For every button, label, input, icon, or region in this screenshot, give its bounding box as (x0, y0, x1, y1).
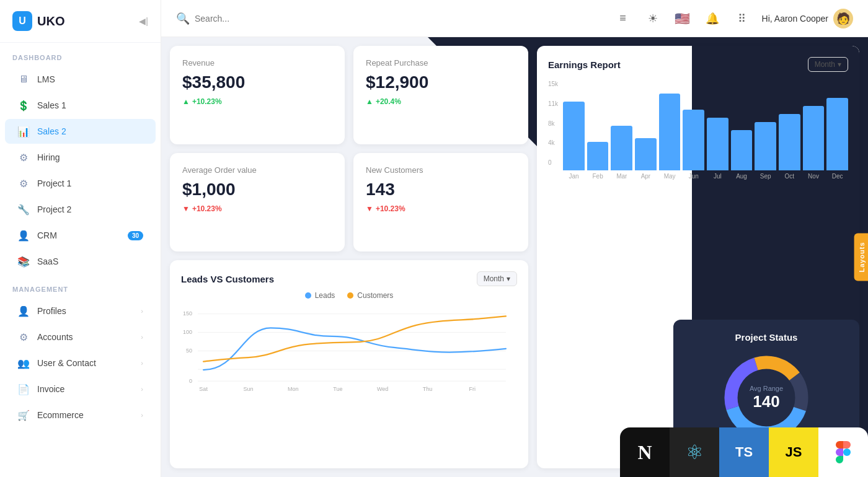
search-input[interactable] (195, 14, 319, 24)
svg-text:Fri: Fri (469, 386, 476, 392)
new-customers-card: New Customers 143 ▼ +10.23% (353, 153, 528, 252)
leads-filter-button[interactable]: Month ▾ (477, 271, 517, 286)
svg-text:Thu: Thu (423, 386, 433, 392)
svg-text:0: 0 (189, 378, 192, 384)
notifications-icon[interactable]: 🔔 (702, 9, 722, 28)
earnings-dropdown-icon: ▾ (838, 60, 841, 69)
bar-col-aug: Aug (731, 130, 753, 180)
search-icon: 🔍 (176, 12, 190, 25)
earnings-content: Earnings Report Month ▾ 15k 11k 8k (548, 57, 848, 180)
leads-legend-dot (305, 292, 311, 299)
repeat-purchase-value: $12,900 (366, 72, 516, 92)
chart-y-axis: 15k 11k 8k 4k 0 (548, 81, 560, 180)
revenue-up-arrow-icon: ▲ (182, 97, 190, 106)
logo-icon: U (12, 11, 32, 31)
avg-order-value: $1,000 (182, 180, 332, 199)
bar-label-jun: Jun (689, 173, 699, 180)
dashboard-section-label: DASHBOARD (0, 43, 161, 66)
bar-col-jan: Jan (563, 102, 585, 180)
bar-col-feb: Feb (587, 142, 609, 180)
js-icon: JS (786, 444, 802, 460)
sidebar-item-ecommerce[interactable]: 🛒 Ecommerce › (5, 403, 156, 427)
tech-icon-js: JS (769, 427, 818, 477)
sidebar-item-sales2[interactable]: 📊 Sales 2 (5, 119, 156, 144)
bar-feb (587, 142, 609, 170)
legend-leads: Leads (305, 291, 335, 300)
apps-grid-icon[interactable]: ⠿ (732, 9, 752, 28)
bar-label-nov: Nov (808, 173, 819, 180)
content: Revenue $35,800 ▲ +10.23% Repeat Purchas… (161, 37, 868, 477)
new-customers-value: 143 (366, 180, 516, 199)
sidebar-item-lms[interactable]: 🖥 LMS (5, 67, 156, 92)
bar-col-apr: Apr (635, 138, 657, 180)
menu-icon[interactable]: ≡ (613, 9, 633, 28)
bar-label-aug: Aug (736, 173, 747, 180)
crm-icon: 👤 (17, 229, 30, 242)
user-greeting-text: Hi, Aaron Cooper (762, 14, 828, 24)
bar-col-oct: Oct (779, 114, 800, 180)
sidebar-item-project1[interactable]: ⚙ Project 1 (5, 171, 156, 196)
svg-text:Tue: Tue (333, 386, 342, 392)
sidebar-item-lms-label: LMS (37, 74, 55, 84)
earnings-title: Earnings Report (548, 59, 621, 70)
avg-order-label: Average Order value (182, 165, 332, 175)
main-area: 🔍 ≡ ☀ 🇺🇸 🔔 ⠿ Hi, Aaron Cooper 🧑 Revenue (161, 0, 868, 477)
sidebar-item-accounts[interactable]: ⚙ Accounts › (5, 325, 156, 349)
language-flag-icon[interactable]: 🇺🇸 (673, 9, 693, 28)
lms-icon: 🖥 (17, 73, 30, 85)
sidebar-item-profiles[interactable]: 👤 Profiles › (5, 299, 156, 323)
theme-toggle-icon[interactable]: ☀ (643, 9, 663, 28)
bar-nov (803, 106, 825, 170)
sidebar-item-saas-label: SaaS (37, 256, 58, 266)
bar-label-may: May (664, 173, 676, 180)
sidebar-item-sales1-label: Sales 1 (37, 100, 66, 110)
leads-card: Leads VS Customers Month ▾ Leads Custome… (170, 260, 528, 468)
sidebar-item-project1-label: Project 1 (37, 178, 71, 188)
leads-dropdown-icon: ▾ (507, 274, 510, 283)
accounts-icon: ⚙ (17, 331, 30, 343)
new-customers-label: New Customers (366, 165, 516, 175)
customers-down-arrow-icon: ▼ (366, 204, 373, 213)
bar-label-oct: Oct (785, 173, 795, 180)
sidebar-item-sales1[interactable]: 💲 Sales 1 (5, 93, 156, 118)
y-label-0: 0 (548, 159, 558, 166)
svg-text:Sun: Sun (243, 386, 253, 392)
logo[interactable]: U UKO (12, 11, 64, 31)
bar-oct (779, 114, 800, 170)
layouts-tab[interactable]: Layouts (854, 233, 868, 281)
bar-col-may: May (659, 94, 681, 180)
bar-label-dec: Dec (832, 173, 843, 180)
ecommerce-chevron-icon: › (141, 411, 143, 419)
bar-label-apr: Apr (641, 173, 651, 180)
sidebar-item-project2-label: Project 2 (37, 204, 71, 214)
bar-label-mar: Mar (616, 173, 627, 180)
sidebar-item-user-contact[interactable]: 👥 User & Contact › (5, 351, 156, 375)
sidebar-item-project2[interactable]: 🔧 Project 2 (5, 197, 156, 222)
sidebar-item-user-contact-label: User & Contact (37, 358, 96, 368)
sidebar-item-saas[interactable]: 📚 SaaS (5, 249, 156, 274)
react-icon: ⚛ (686, 440, 704, 464)
sidebar-item-crm[interactable]: 👤 CRM 30 (5, 223, 156, 248)
header: 🔍 ≡ ☀ 🇺🇸 🔔 ⠿ Hi, Aaron Cooper 🧑 (161, 0, 868, 37)
sidebar: U UKO ◀| DASHBOARD 🖥 LMS 💲 Sales 1 📊 Sal… (0, 0, 161, 477)
avg-order-change: ▼ +10.23% (182, 204, 332, 213)
sidebar-item-hiring[interactable]: ⚙ Hiring (5, 145, 156, 170)
invoice-chevron-icon: › (141, 385, 143, 393)
stat-cards: Revenue $35,800 ▲ +10.23% Repeat Purchas… (170, 46, 528, 252)
bar-mar (611, 126, 632, 170)
sidebar-collapse-button[interactable]: ◀| (139, 16, 148, 26)
revenue-value: $35,800 (182, 72, 332, 92)
user-greeting[interactable]: Hi, Aaron Cooper 🧑 (762, 9, 853, 28)
bar-label-feb: Feb (592, 173, 603, 180)
bar-chart-area: JanFebMarAprMayJunJulAugSepOctNovDec (563, 84, 848, 180)
leads-header: Leads VS Customers Month ▾ (181, 271, 517, 286)
user-contact-icon: 👥 (17, 357, 30, 369)
earnings-filter-button[interactable]: Month ▾ (808, 57, 848, 72)
sidebar-item-ecommerce-label: Ecommerce (37, 410, 84, 420)
saas-icon: 📚 (17, 255, 30, 268)
svg-text:100: 100 (183, 329, 192, 335)
repeat-up-arrow-icon: ▲ (366, 97, 373, 106)
avatar: 🧑 (833, 9, 853, 28)
donut-center: Avg Range 140 (750, 385, 783, 411)
sidebar-item-invoice[interactable]: 📄 Invoice › (5, 377, 156, 401)
